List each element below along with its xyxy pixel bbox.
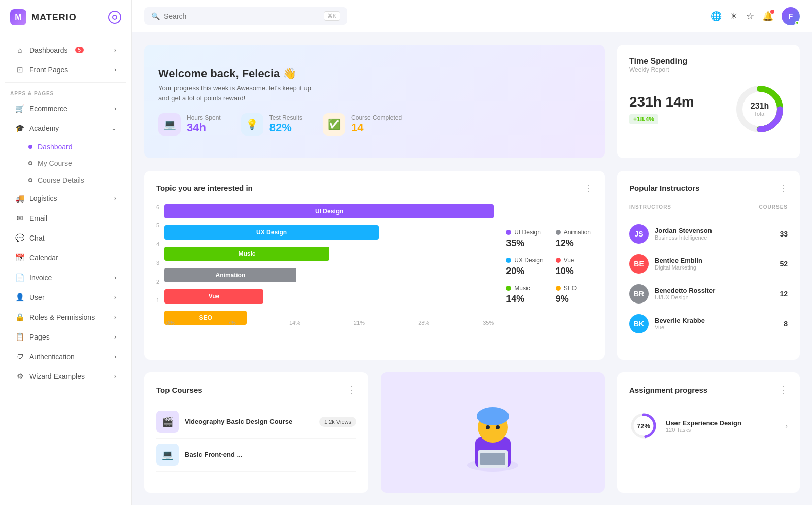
svg-point-8 [496,425,500,429]
chevron-right-icon[interactable]: › [785,422,788,430]
time-donut-chart: 231h Total [732,81,788,137]
legend-vue: Vue 10% [556,257,593,277]
search-icon: 🔍 [151,12,160,20]
list-item: 🎬 Videography Basic Design Course 1.2k V… [156,406,356,439]
invoice-icon: 📄 [15,273,24,282]
search-shortcut: ⌘K [324,11,340,21]
sidebar-item-academy[interactable]: 🎓 Academy ⌄ [5,119,126,138]
top-courses-menu[interactable]: ⋮ [347,384,356,395]
calendar-icon: 📅 [15,253,24,262]
bottom-row: Top Courses ⋮ 🎬 Videography Basic Design… [144,372,800,493]
legend-animation: Animation 12% [556,229,593,249]
topics-menu[interactable]: ⋮ [584,183,593,194]
svg-point-7 [486,425,490,429]
inactive-dot [28,178,32,182]
user-icon: 👤 [15,293,24,302]
assignment-menu[interactable]: ⋮ [779,384,788,395]
sidebar-item-invoice[interactable]: 📄 Invoice › [5,268,126,287]
sidebar-item-ecommerce[interactable]: 🛒 Ecommerce › [5,99,126,118]
table-row: BK Beverlie Krabbe Vue 8 [629,309,788,339]
academy-icon: 🎓 [15,124,24,133]
time-spending-card: Time Spending Weekly Report 231h 14m +18… [617,45,800,158]
sidebar-item-roles[interactable]: 🔒 Roles & Permissions › [5,308,126,327]
assignment-card: Assignment progress ⋮ 72% User Experienc… [617,372,800,493]
sidebar-item-authentication[interactable]: 🛡 Authentication › [5,347,126,366]
translate-icon[interactable]: 🌐 [710,11,722,22]
legend-dot [506,258,511,263]
chevron-down-icon: ⌄ [111,125,116,132]
welcome-subtitle: Your progress this week is Awesome. let'… [158,83,402,103]
avatar: JS [629,224,649,244]
chat-icon: 💬 [15,233,24,243]
topics-card: Topic you are interested in ⋮ 6 5 4 3 2 [144,171,605,360]
time-value: 231h 14m [629,94,694,110]
chart-legend: UI Design 35% Animation 12% [506,229,593,305]
illustration-card [381,372,605,493]
table-row: BE Bentlee Emblin Digital Marketing 52 [629,249,788,279]
top-courses-title: Top Courses [156,386,202,394]
topbar: 🔍 ⌘K 🌐 ☀ ☆ 🔔 F [132,0,812,32]
theme-icon[interactable]: ☀ [730,11,738,22]
email-icon: ✉ [15,214,24,223]
record-button[interactable] [108,11,121,24]
legend-dot [556,286,561,291]
list-item: 72% User Experience Design 120 Tasks › [629,406,788,446]
donut-value: 231h [751,102,769,111]
sidebar-item-frontpages[interactable]: ⊡ Front Pages › [5,60,126,79]
user-avatar[interactable]: F [782,7,800,25]
instructors-table-header: INSTRUCTORS COURSES [629,204,788,215]
course-icon-box: ✅ [323,113,345,136]
progress-pct: 72% [637,422,650,430]
sidebar-item-email[interactable]: ✉ Email [5,209,126,228]
chevron-right-icon: › [114,314,116,321]
sidebar-item-pages[interactable]: 📋 Pages › [5,327,126,347]
legend-dot [556,258,561,263]
sidebar-sub-item-coursedetails[interactable]: Course Details [5,172,126,188]
instructors-menu[interactable]: ⋮ [779,183,788,194]
stat-hours: 💻 Hours Spent 34h [158,113,221,136]
chevron-right-icon: › [114,333,116,341]
clipboard-icon: 📋 [15,332,24,342]
bar-ui-design: UI Design [164,204,494,218]
bar-seo: SEO [164,311,494,325]
legend-music: Music 14% [506,285,543,305]
sidebar-item-chat[interactable]: 💬 Chat [5,228,126,248]
topics-title: Topic you are interested in [156,184,253,192]
search-box[interactable]: 🔍 ⌘K [144,7,347,25]
instructors-card: Popular Instructors ⋮ INSTRUCTORS COURSE… [617,171,800,360]
chevron-right-icon: › [114,66,116,73]
sidebar-item-logistics[interactable]: 🚚 Logistics › [5,189,126,208]
chevron-right-icon: › [114,294,116,301]
sidebar-item-wizard[interactable]: ⚙ Wizard Examples › [5,366,126,386]
topbar-actions: 🌐 ☀ ☆ 🔔 F [710,7,800,25]
list-item: 💻 Basic Front-end ... [156,439,356,472]
chevron-right-icon: › [114,47,116,54]
donut-sub: Total [751,111,769,117]
sidebar-item-user[interactable]: 👤 User › [5,288,126,307]
test-icon-box: 💡 [241,113,263,136]
table-row: JS Jordan Stevenson Business Intelligenc… [629,219,788,249]
notification-icon[interactable]: 🔔 [762,11,773,22]
sidebar-item-calendar[interactable]: 📅 Calendar [5,248,126,267]
inactive-dot [28,161,32,165]
time-subtitle: Weekly Report [629,66,788,73]
favorites-icon[interactable]: ☆ [746,11,754,22]
pages-icon: ⊡ [15,65,24,74]
stat-test: 💡 Test Results 82% [241,113,302,136]
legend-ui-design: UI Design 35% [506,229,543,249]
sidebar-sub-item-mycourse[interactable]: My Course [5,155,126,172]
illustration-svg [447,387,538,478]
sidebar-sub-item-dashboard[interactable]: Dashboard [5,139,126,155]
chevron-right-icon: › [114,274,116,281]
search-input[interactable] [164,12,320,20]
logo-text: MATERIO [31,12,77,23]
logistics-icon: 🚚 [15,194,24,203]
notification-dot [770,10,774,14]
shield-icon: 🛡 [15,352,24,361]
bar-ux-design: UX Design [164,225,494,240]
legend-seo: SEO 9% [556,285,593,305]
sidebar-item-dashboards[interactable]: ⌂ Dashboards 5 › [5,41,126,59]
y-axis: 6 5 4 3 2 1 [156,204,164,306]
wizard-icon: ⚙ [15,372,24,381]
legend-dot [506,230,511,235]
